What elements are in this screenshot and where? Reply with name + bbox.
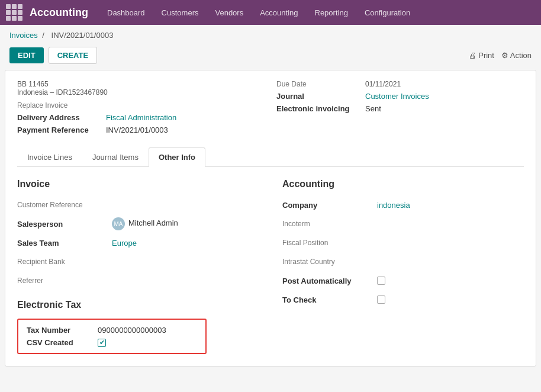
csv-created-checkbox[interactable]: ✔	[98, 339, 106, 347]
company-label: Company	[282, 201, 377, 210]
journal-value[interactable]: Customer Invoices	[365, 92, 429, 101]
recipient-bank-row: Recipient Bank	[17, 255, 259, 269]
nav-dashboard[interactable]: Dashboard	[100, 4, 152, 22]
salesperson-label: Salesperson	[17, 220, 112, 229]
tab-other-info[interactable]: Other Info	[149, 147, 205, 167]
sales-team-label: Sales Team	[17, 239, 112, 248]
nav-accounting[interactable]: Accounting	[253, 4, 305, 22]
electronic-tax-section: Electronic Tax Tax Number 09000000000000…	[17, 300, 259, 354]
incoterm-row: Incoterm	[282, 217, 524, 231]
avatar: MA	[112, 217, 125, 230]
edit-button[interactable]: EDIT	[9, 47, 44, 63]
apps-grid-icon[interactable]	[6, 4, 22, 21]
breadcrumb-parent[interactable]: Invoices	[9, 31, 38, 40]
breadcrumb: Invoices / INV/2021/01/0003	[0, 25, 541, 43]
app-title: Accounting	[30, 7, 88, 19]
csv-created-label: CSV Created	[27, 338, 98, 347]
print-button[interactable]: 🖨 Print	[469, 51, 494, 60]
electronic-invoicing-value: Sent	[365, 104, 381, 113]
address-line2: Indonesia – IDR1523467890	[17, 88, 265, 97]
nav-vendors[interactable]: Vendors	[208, 4, 250, 22]
payment-reference-label: Payment Reference	[17, 126, 106, 134]
customer-reference-label: Customer Reference	[17, 201, 112, 209]
nav-customers[interactable]: Customers	[154, 4, 206, 22]
toolbar-right: 🖨 Print ⚙ Action	[469, 51, 532, 60]
recipient-bank-label: Recipient Bank	[17, 258, 112, 266]
print-label: Print	[478, 51, 494, 60]
tab-content-other-info: Invoice Customer Reference Salesperson M…	[5, 167, 536, 366]
post-automatically-checkbox[interactable]	[377, 277, 385, 285]
main-content: BB 11465 Indonesia – IDR1523467890 Repla…	[5, 70, 536, 367]
top-navigation: Dashboard Customers Vendors Accounting R…	[100, 4, 417, 22]
tabs: Invoice Lines Journal Items Other Info	[17, 147, 524, 167]
salesperson-row: Salesperson MAMitchell Admin	[17, 217, 259, 231]
tax-number-label: Tax Number	[27, 326, 98, 335]
due-date-label: Due Date	[276, 80, 365, 88]
intrastat-country-row: Intrastat Country	[282, 255, 524, 269]
fiscal-position-row: Fiscal Position	[282, 236, 524, 250]
tab-journal-items[interactable]: Journal Items	[82, 147, 149, 167]
delivery-address-label: Delivery Address	[17, 113, 106, 122]
sales-team-row: Sales Team Europe	[17, 236, 259, 250]
replace-invoice-label: Replace Invoice	[17, 101, 67, 110]
topbar: Accounting Dashboard Customers Vendors A…	[0, 0, 541, 25]
action-label: Action	[510, 51, 532, 60]
invoice-header: BB 11465 Indonesia – IDR1523467890 Repla…	[5, 70, 536, 138]
post-automatically-row: Post Automatically	[282, 274, 524, 288]
due-date-row: Due Date 01/11/2021	[276, 80, 524, 88]
accounting-section-title: Accounting	[282, 179, 524, 189]
customer-reference-row: Customer Reference	[17, 198, 259, 212]
etax-box: Tax Number 0900000000000003 CSV Created …	[17, 319, 207, 354]
electronic-invoicing-label: Electronic invoicing	[276, 104, 365, 113]
create-button[interactable]: CREATE	[49, 47, 97, 64]
breadcrumb-current: INV/2021/01/0003	[51, 31, 114, 40]
tax-number-row: Tax Number 0900000000000003	[27, 326, 197, 335]
breadcrumb-separator: /	[42, 31, 46, 40]
gear-icon: ⚙	[501, 51, 508, 60]
electronic-invoicing-row: Electronic invoicing Sent	[276, 104, 524, 113]
journal-row: Journal Customer Invoices	[276, 92, 524, 101]
to-check-row: To Check	[282, 293, 524, 307]
invoice-left: BB 11465 Indonesia – IDR1523467890 Repla…	[17, 80, 265, 138]
salesperson-value: MAMitchell Admin	[112, 217, 178, 230]
invoice-right: Due Date 01/11/2021 Journal Customer Inv…	[276, 80, 524, 138]
invoice-section: Invoice Customer Reference Salesperson M…	[17, 179, 259, 354]
address-line1: BB 11465	[17, 80, 265, 88]
fiscal-position-label: Fiscal Position	[282, 239, 377, 247]
print-icon: 🖨	[469, 51, 476, 60]
electronic-tax-title: Electronic Tax	[17, 300, 259, 310]
tab-invoice-lines[interactable]: Invoice Lines	[17, 147, 82, 167]
delivery-address-value[interactable]: Fiscal Administration	[106, 113, 176, 122]
action-button[interactable]: ⚙ Action	[501, 51, 532, 60]
company-value[interactable]: indonesia	[377, 201, 410, 210]
referrer-label: Referrer	[17, 277, 112, 285]
post-automatically-label: Post Automatically	[282, 277, 377, 285]
intrastat-country-label: Intrastat Country	[282, 258, 377, 266]
to-check-checkbox[interactable]	[377, 295, 385, 304]
toolbar: EDIT CREATE 🖨 Print ⚙ Action	[0, 43, 541, 70]
nav-configuration[interactable]: Configuration	[358, 4, 417, 22]
tax-number-value: 0900000000000003	[98, 326, 166, 335]
company-row: Company indonesia	[282, 198, 524, 212]
csv-created-row: CSV Created ✔	[27, 338, 197, 347]
accounting-section: Accounting Company indonesia Incoterm Fi…	[282, 179, 524, 354]
delivery-address-row: Delivery Address Fiscal Administration	[17, 113, 265, 122]
invoice-section-title: Invoice	[17, 179, 259, 189]
referrer-row: Referrer	[17, 274, 259, 288]
payment-reference-row: Payment Reference INV/2021/01/0003	[17, 126, 265, 134]
sales-team-value[interactable]: Europe	[112, 239, 137, 248]
two-column-layout: Invoice Customer Reference Salesperson M…	[17, 179, 524, 354]
replace-invoice-row: Replace Invoice	[17, 101, 265, 110]
payment-reference-value: INV/2021/01/0003	[106, 126, 168, 134]
nav-reporting[interactable]: Reporting	[308, 4, 355, 22]
to-check-label: To Check	[282, 295, 377, 304]
incoterm-label: Incoterm	[282, 220, 377, 228]
journal-label: Journal	[276, 92, 365, 101]
due-date-value: 01/11/2021	[365, 80, 401, 88]
